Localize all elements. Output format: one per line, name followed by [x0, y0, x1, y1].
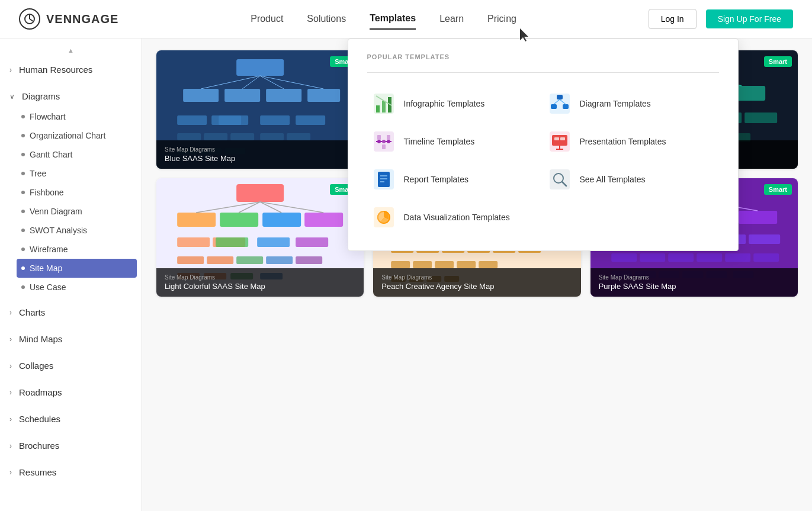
nav-solutions[interactable]: Solutions	[307, 9, 346, 29]
infographic-icon	[372, 92, 396, 115]
dataviz-icon	[372, 205, 396, 229]
svg-rect-158	[377, 135, 381, 140]
nav-pricing[interactable]: Pricing	[487, 9, 516, 29]
nav-templates[interactable]: Templates	[370, 8, 416, 30]
dropdown-item-dataviz[interactable]: Data Visualization Templates	[367, 198, 543, 236]
dropdown-item-timeline[interactable]: Timeline Templates	[367, 123, 543, 160]
see-all-icon	[548, 168, 572, 191]
dropdown-item-infographic[interactable]: Infographic Templates	[367, 85, 543, 123]
dropdown-report-label: Report Templates	[404, 175, 468, 184]
dropdown-see-all-label: See All Templates	[580, 175, 646, 184]
timeline-icon	[372, 130, 396, 153]
dropdown-grid: Infographic Templates Diagram Templates	[367, 85, 719, 236]
dropdown-overlay[interactable]: POPULAR TEMPLATES Infographic Templates	[0, 38, 812, 511]
dropdown-item-report[interactable]: Report Templates	[367, 160, 543, 198]
signup-button[interactable]: Sign Up For Free	[706, 9, 793, 28]
dropdown-item-see-all[interactable]: See All Templates	[543, 160, 719, 198]
dropdown-infographic-label: Infographic Templates	[404, 99, 485, 108]
dropdown-item-presentation[interactable]: Presentation Templates	[543, 123, 719, 160]
header: VENNGAGE Product Solutions Templates Lea…	[0, 0, 812, 38]
dropdown-divider	[367, 72, 719, 73]
svg-rect-172	[550, 169, 570, 189]
dropdown-timeline-label: Timeline Templates	[404, 137, 475, 146]
main-nav: Product Solutions Templates Learn Pricin…	[251, 8, 516, 30]
diagram-icon	[548, 92, 572, 115]
login-button[interactable]: Log In	[649, 9, 697, 29]
svg-rect-148	[557, 95, 563, 99]
svg-rect-149	[551, 104, 557, 109]
dropdown-title: POPULAR TEMPLATES	[367, 53, 719, 60]
logo[interactable]: VENNGAGE	[19, 8, 118, 30]
logo-text: VENNGAGE	[46, 12, 118, 26]
svg-point-157	[387, 140, 390, 143]
report-icon	[372, 168, 396, 191]
svg-rect-162	[552, 135, 567, 146]
header-actions: Log In Sign Up For Free	[649, 9, 793, 29]
nav-learn[interactable]: Learn	[439, 9, 464, 29]
svg-rect-150	[563, 104, 569, 109]
svg-rect-166	[560, 137, 565, 140]
svg-rect-144	[382, 101, 386, 113]
svg-rect-159	[382, 144, 386, 149]
dropdown-dataviz-label: Data Visualization Templates	[404, 213, 510, 222]
dropdown-menu: POPULAR TEMPLATES Infographic Templates	[348, 38, 739, 251]
svg-line-2	[30, 19, 33, 21]
logo-icon	[19, 8, 40, 30]
presentation-icon	[548, 130, 572, 153]
nav-product[interactable]: Product	[251, 9, 283, 29]
svg-rect-168	[378, 172, 390, 187]
dropdown-presentation-label: Presentation Templates	[580, 137, 666, 146]
svg-rect-165	[554, 137, 559, 140]
svg-rect-143	[376, 105, 380, 113]
svg-rect-160	[387, 135, 390, 140]
svg-point-155	[377, 140, 381, 143]
dropdown-item-diagram[interactable]: Diagram Templates	[543, 85, 719, 123]
dropdown-diagram-label: Diagram Templates	[580, 99, 651, 108]
svg-point-156	[382, 140, 386, 143]
